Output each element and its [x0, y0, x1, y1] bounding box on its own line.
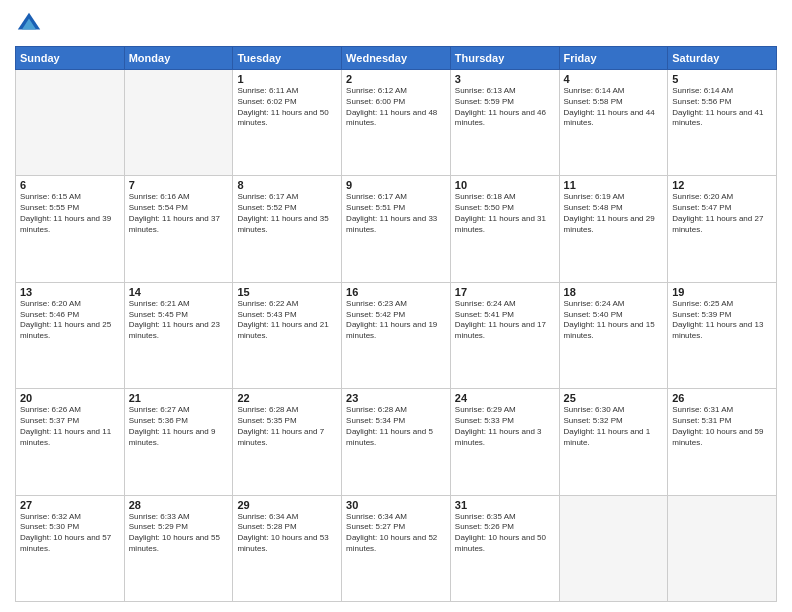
calendar-cell: 16Sunrise: 6:23 AM Sunset: 5:42 PM Dayli…: [342, 282, 451, 388]
calendar-cell: 26Sunrise: 6:31 AM Sunset: 5:31 PM Dayli…: [668, 389, 777, 495]
day-number: 29: [237, 499, 337, 511]
cell-content: Sunrise: 6:28 AM Sunset: 5:34 PM Dayligh…: [346, 405, 446, 448]
calendar-cell: 29Sunrise: 6:34 AM Sunset: 5:28 PM Dayli…: [233, 495, 342, 601]
calendar-header-saturday: Saturday: [668, 47, 777, 70]
day-number: 28: [129, 499, 229, 511]
cell-content: Sunrise: 6:27 AM Sunset: 5:36 PM Dayligh…: [129, 405, 229, 448]
calendar-cell: 2Sunrise: 6:12 AM Sunset: 6:00 PM Daylig…: [342, 70, 451, 176]
cell-content: Sunrise: 6:20 AM Sunset: 5:46 PM Dayligh…: [20, 299, 120, 342]
day-number: 20: [20, 392, 120, 404]
calendar-cell: 11Sunrise: 6:19 AM Sunset: 5:48 PM Dayli…: [559, 176, 668, 282]
cell-content: Sunrise: 6:11 AM Sunset: 6:02 PM Dayligh…: [237, 86, 337, 129]
day-number: 10: [455, 179, 555, 191]
day-number: 8: [237, 179, 337, 191]
cell-content: Sunrise: 6:23 AM Sunset: 5:42 PM Dayligh…: [346, 299, 446, 342]
calendar-cell: 10Sunrise: 6:18 AM Sunset: 5:50 PM Dayli…: [450, 176, 559, 282]
cell-content: Sunrise: 6:26 AM Sunset: 5:37 PM Dayligh…: [20, 405, 120, 448]
cell-content: Sunrise: 6:21 AM Sunset: 5:45 PM Dayligh…: [129, 299, 229, 342]
calendar-cell: 15Sunrise: 6:22 AM Sunset: 5:43 PM Dayli…: [233, 282, 342, 388]
cell-content: Sunrise: 6:33 AM Sunset: 5:29 PM Dayligh…: [129, 512, 229, 555]
day-number: 4: [564, 73, 664, 85]
day-number: 6: [20, 179, 120, 191]
cell-content: Sunrise: 6:14 AM Sunset: 5:58 PM Dayligh…: [564, 86, 664, 129]
cell-content: Sunrise: 6:32 AM Sunset: 5:30 PM Dayligh…: [20, 512, 120, 555]
day-number: 17: [455, 286, 555, 298]
calendar-cell: [16, 70, 125, 176]
day-number: 24: [455, 392, 555, 404]
day-number: 22: [237, 392, 337, 404]
day-number: 26: [672, 392, 772, 404]
cell-content: Sunrise: 6:30 AM Sunset: 5:32 PM Dayligh…: [564, 405, 664, 448]
cell-content: Sunrise: 6:28 AM Sunset: 5:35 PM Dayligh…: [237, 405, 337, 448]
calendar-cell: 13Sunrise: 6:20 AM Sunset: 5:46 PM Dayli…: [16, 282, 125, 388]
day-number: 21: [129, 392, 229, 404]
calendar-cell: 12Sunrise: 6:20 AM Sunset: 5:47 PM Dayli…: [668, 176, 777, 282]
day-number: 7: [129, 179, 229, 191]
day-number: 23: [346, 392, 446, 404]
day-number: 9: [346, 179, 446, 191]
cell-content: Sunrise: 6:12 AM Sunset: 6:00 PM Dayligh…: [346, 86, 446, 129]
day-number: 2: [346, 73, 446, 85]
calendar-cell: 6Sunrise: 6:15 AM Sunset: 5:55 PM Daylig…: [16, 176, 125, 282]
cell-content: Sunrise: 6:34 AM Sunset: 5:28 PM Dayligh…: [237, 512, 337, 555]
day-number: 19: [672, 286, 772, 298]
calendar-cell: 21Sunrise: 6:27 AM Sunset: 5:36 PM Dayli…: [124, 389, 233, 495]
cell-content: Sunrise: 6:15 AM Sunset: 5:55 PM Dayligh…: [20, 192, 120, 235]
calendar-cell: 19Sunrise: 6:25 AM Sunset: 5:39 PM Dayli…: [668, 282, 777, 388]
day-number: 16: [346, 286, 446, 298]
day-number: 27: [20, 499, 120, 511]
day-number: 15: [237, 286, 337, 298]
calendar-cell: [124, 70, 233, 176]
calendar-cell: 22Sunrise: 6:28 AM Sunset: 5:35 PM Dayli…: [233, 389, 342, 495]
calendar-cell: 30Sunrise: 6:34 AM Sunset: 5:27 PM Dayli…: [342, 495, 451, 601]
calendar-cell: 28Sunrise: 6:33 AM Sunset: 5:29 PM Dayli…: [124, 495, 233, 601]
calendar-cell: 27Sunrise: 6:32 AM Sunset: 5:30 PM Dayli…: [16, 495, 125, 601]
cell-content: Sunrise: 6:22 AM Sunset: 5:43 PM Dayligh…: [237, 299, 337, 342]
cell-content: Sunrise: 6:17 AM Sunset: 5:52 PM Dayligh…: [237, 192, 337, 235]
day-number: 14: [129, 286, 229, 298]
cell-content: Sunrise: 6:25 AM Sunset: 5:39 PM Dayligh…: [672, 299, 772, 342]
calendar-cell: 4Sunrise: 6:14 AM Sunset: 5:58 PM Daylig…: [559, 70, 668, 176]
calendar-cell: 24Sunrise: 6:29 AM Sunset: 5:33 PM Dayli…: [450, 389, 559, 495]
calendar-header-wednesday: Wednesday: [342, 47, 451, 70]
day-number: 3: [455, 73, 555, 85]
cell-content: Sunrise: 6:13 AM Sunset: 5:59 PM Dayligh…: [455, 86, 555, 129]
logo-icon: [15, 10, 43, 38]
day-number: 11: [564, 179, 664, 191]
cell-content: Sunrise: 6:29 AM Sunset: 5:33 PM Dayligh…: [455, 405, 555, 448]
calendar-cell: 8Sunrise: 6:17 AM Sunset: 5:52 PM Daylig…: [233, 176, 342, 282]
calendar-cell: 31Sunrise: 6:35 AM Sunset: 5:26 PM Dayli…: [450, 495, 559, 601]
logo: [15, 10, 47, 38]
day-number: 5: [672, 73, 772, 85]
calendar-cell: 9Sunrise: 6:17 AM Sunset: 5:51 PM Daylig…: [342, 176, 451, 282]
day-number: 12: [672, 179, 772, 191]
calendar-cell: 20Sunrise: 6:26 AM Sunset: 5:37 PM Dayli…: [16, 389, 125, 495]
calendar-header-tuesday: Tuesday: [233, 47, 342, 70]
calendar-cell: 7Sunrise: 6:16 AM Sunset: 5:54 PM Daylig…: [124, 176, 233, 282]
calendar-cell: 5Sunrise: 6:14 AM Sunset: 5:56 PM Daylig…: [668, 70, 777, 176]
calendar-cell: 18Sunrise: 6:24 AM Sunset: 5:40 PM Dayli…: [559, 282, 668, 388]
calendar-header-row: SundayMondayTuesdayWednesdayThursdayFrid…: [16, 47, 777, 70]
calendar-table: SundayMondayTuesdayWednesdayThursdayFrid…: [15, 46, 777, 602]
cell-content: Sunrise: 6:35 AM Sunset: 5:26 PM Dayligh…: [455, 512, 555, 555]
day-number: 1: [237, 73, 337, 85]
calendar-cell: [668, 495, 777, 601]
calendar-week-1: 1Sunrise: 6:11 AM Sunset: 6:02 PM Daylig…: [16, 70, 777, 176]
calendar-cell: 14Sunrise: 6:21 AM Sunset: 5:45 PM Dayli…: [124, 282, 233, 388]
cell-content: Sunrise: 6:18 AM Sunset: 5:50 PM Dayligh…: [455, 192, 555, 235]
calendar-week-5: 27Sunrise: 6:32 AM Sunset: 5:30 PM Dayli…: [16, 495, 777, 601]
calendar-cell: 1Sunrise: 6:11 AM Sunset: 6:02 PM Daylig…: [233, 70, 342, 176]
calendar-header-friday: Friday: [559, 47, 668, 70]
cell-content: Sunrise: 6:31 AM Sunset: 5:31 PM Dayligh…: [672, 405, 772, 448]
cell-content: Sunrise: 6:14 AM Sunset: 5:56 PM Dayligh…: [672, 86, 772, 129]
cell-content: Sunrise: 6:16 AM Sunset: 5:54 PM Dayligh…: [129, 192, 229, 235]
cell-content: Sunrise: 6:34 AM Sunset: 5:27 PM Dayligh…: [346, 512, 446, 555]
day-number: 25: [564, 392, 664, 404]
day-number: 18: [564, 286, 664, 298]
calendar-cell: 17Sunrise: 6:24 AM Sunset: 5:41 PM Dayli…: [450, 282, 559, 388]
calendar-header-thursday: Thursday: [450, 47, 559, 70]
calendar-cell: [559, 495, 668, 601]
header: [15, 10, 777, 38]
day-number: 31: [455, 499, 555, 511]
calendar-header-monday: Monday: [124, 47, 233, 70]
